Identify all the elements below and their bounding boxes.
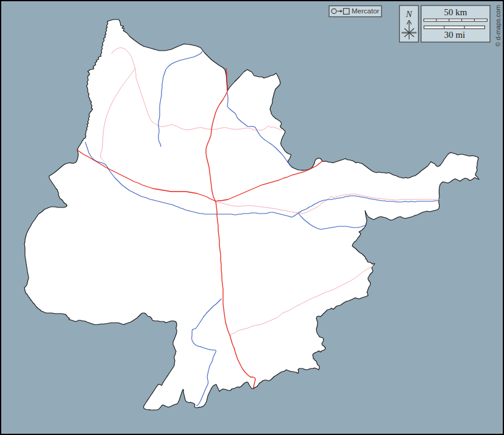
svg-text:30 mi: 30 mi (444, 30, 466, 40)
svg-text:Mercator: Mercator (352, 7, 380, 15)
svg-text:© d-maps.com: © d-maps.com (494, 5, 502, 47)
svg-text:N: N (405, 9, 413, 19)
svg-text:50 km: 50 km (444, 7, 467, 17)
